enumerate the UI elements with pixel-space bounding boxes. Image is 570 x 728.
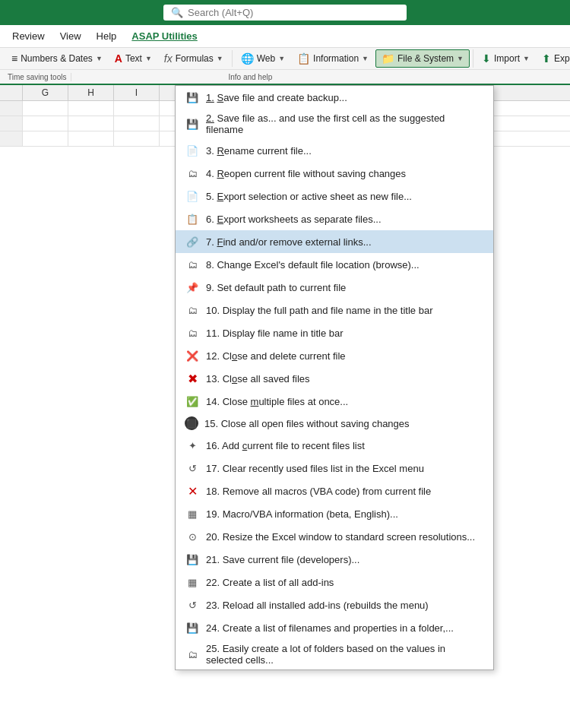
ribbon-text[interactable]: A Text ▼ [109, 50, 157, 67]
menu-review[interactable]: Review [6, 28, 51, 44]
item-8-text: 8. Change Excel's default file location … [206, 259, 420, 271]
dropdown-item-24[interactable]: 💾 24. Create a list of filenames and pro… [176, 616, 493, 639]
ribbon-import-label: Import [494, 53, 520, 64]
item-4-text: 4. Reopen current file without saving ch… [206, 168, 406, 179]
dropdown-item-14[interactable]: ✅ 14. Close multiple files at once... [176, 390, 493, 413]
dropdown-item-19[interactable]: ▦ 19. Macro/VBA information (beta, Engli… [176, 502, 493, 525]
item-16-text: 16. Add current file to recent files lis… [206, 440, 365, 451]
dropdown-item-12[interactable]: ❌ 12. Close and delete current file [176, 344, 493, 367]
file-system-icon: 📁 [382, 52, 394, 65]
item-1-icon: 💾 [185, 90, 200, 105]
item-23-text: 23. Reload all installed add-ins (rebuil… [206, 600, 429, 611]
ribbon-label-infohelp: Info and help [223, 73, 277, 81]
dropdown-item-25[interactable]: 🗂 25. Easily create a lot of folders bas… [176, 639, 493, 669]
ribbon-formulas-label: Formulas [176, 53, 214, 64]
col-header-h: H [68, 85, 114, 100]
item-9-icon: 📌 [185, 280, 200, 295]
menu-help[interactable]: Help [90, 28, 123, 44]
search-input[interactable] [188, 7, 399, 18]
ribbon-group-1: ≡ Numbers & Dates ▼ A Text ▼ fx Formulas… [3, 50, 233, 67]
ribbon-label-row: Time saving tools Info and help [0, 70, 570, 84]
menu-view[interactable]: View [54, 28, 87, 44]
item-21-text: 21. Save current file (developers)... [206, 554, 359, 565]
item-7-text: 7. Find and/or remove external links... [206, 236, 372, 248]
dropdown-item-13[interactable]: ✖ 13. Close all saved files [176, 367, 493, 390]
item-20-icon: ⊙ [185, 529, 200, 544]
dropdown-item-16[interactable]: ✦ 16. Add current file to recent files l… [176, 434, 493, 457]
item-11-icon: 🗂 [185, 325, 200, 340]
ribbon-information[interactable]: 📋 Information ▼ [292, 50, 374, 67]
dropdown-item-4[interactable]: 🗂 4. Reopen current file without saving … [176, 162, 493, 185]
dropdown-item-15[interactable]: ⬛ 15. Close all open files without savin… [176, 413, 493, 434]
dropdown-item-2[interactable]: 💾 2. Save file as... and use the first c… [176, 109, 493, 139]
information-arrow: ▼ [362, 55, 369, 62]
item-23-icon: ↺ [185, 597, 200, 612]
menu-bar: Review View Help ASAP Utilities [0, 25, 570, 48]
search-icon: 🔍 [171, 7, 183, 18]
ribbon-label-timesaving: Time saving tools [3, 73, 71, 81]
ribbon-web[interactable]: 🌐 Web ▼ [236, 50, 290, 67]
ribbon-row-1: ≡ Numbers & Dates ▼ A Text ▼ fx Formulas… [0, 48, 570, 70]
col-header-i: I [114, 85, 160, 100]
ribbon-numbers-dates[interactable]: ≡ Numbers & Dates ▼ [6, 50, 108, 67]
ribbon-import[interactable]: ⬇ Import ▼ [477, 50, 535, 67]
formulas-arrow: ▼ [217, 55, 223, 62]
item-17-text: 17. Clear recently used files list in th… [206, 463, 424, 474]
dropdown-item-21[interactable]: 💾 21. Save current file (developers)... [176, 548, 493, 571]
text-arrow: ▼ [145, 55, 152, 62]
item-8-icon: 🗂 [185, 257, 200, 272]
ribbon-information-label: Information [313, 53, 359, 64]
numbers-dates-arrow: ▼ [96, 55, 103, 62]
dropdown-item-10[interactable]: 🗂 10. Display the full path and file nam… [176, 299, 493, 321]
information-icon: 📋 [297, 52, 310, 65]
item-2-text: 2. Save file as... and use the first cel… [206, 112, 484, 135]
dropdown-item-20[interactable]: ⊙ 20. Resize the Excel window to standar… [176, 525, 493, 548]
dropdown-item-1[interactable]: 💾 1. Save file and create backup... [176, 86, 493, 109]
dropdown-menu: 💾 1. Save file and create backup... 💾 2.… [175, 85, 494, 670]
item-16-icon: ✦ [185, 438, 200, 453]
item-1-text: 1. Save file and create backup... [206, 92, 347, 103]
dropdown-item-7[interactable]: 🔗 7. Find and/or remove external links..… [176, 230, 493, 253]
dropdown-item-5[interactable]: 📄 5. Export selection or active sheet as… [176, 185, 493, 207]
dropdown-item-6[interactable]: 📋 6. Export worksheets as separate files… [176, 207, 493, 230]
item-3-icon: 📄 [185, 143, 200, 158]
item-19-text: 19. Macro/VBA information (beta, English… [206, 508, 398, 520]
item-10-icon: 🗂 [185, 302, 200, 318]
item-24-text: 24. Create a list of filenames and prope… [206, 622, 454, 634]
ribbon-numbers-dates-label: Numbers & Dates [21, 53, 93, 64]
dropdown-item-23[interactable]: ↺ 23. Reload all installed add-ins (rebu… [176, 593, 493, 616]
numbers-dates-icon: ≡ [11, 52, 17, 65]
spreadsheet-area: G H I J R [0, 85, 570, 147]
item-9-text: 9. Set default path to current file [206, 282, 346, 293]
menu-asap-utilities[interactable]: ASAP Utilities [125, 28, 203, 44]
ribbon-text-label: Text [125, 53, 142, 64]
search-wrap: 🔍 [163, 5, 407, 21]
item-6-icon: 📋 [185, 211, 200, 226]
grid-row-num-1 [0, 101, 23, 116]
dropdown-item-18[interactable]: ✕ 18. Remove all macros (VBA code) from … [176, 480, 493, 502]
ribbon-file-system[interactable]: 📁 File & System ▼ [375, 49, 470, 68]
text-icon: A [115, 52, 122, 65]
export-icon: ⬆ [542, 52, 551, 65]
dropdown-item-8[interactable]: 🗂 8. Change Excel's default file locatio… [176, 253, 493, 276]
item-13-icon: ✖ [185, 371, 200, 386]
file-system-arrow: ▼ [457, 55, 464, 62]
item-25-text: 25. Easily create a lot of folders based… [206, 643, 484, 666]
item-14-text: 14. Close multiple files at once... [206, 396, 348, 407]
item-5-icon: 📄 [185, 188, 200, 204]
dropdown-item-22[interactable]: ▦ 22. Create a list of all add-ins [176, 571, 493, 593]
dropdown-item-11[interactable]: 🗂 11. Display file name in title bar [176, 321, 493, 344]
col-header-g: G [23, 85, 68, 100]
item-3-text: 3. Rename current file... [206, 145, 312, 157]
ribbon-export-label: Export [554, 53, 570, 64]
item-5-text: 5. Export selection or active sheet as n… [206, 191, 412, 202]
dropdown-item-3[interactable]: 📄 3. Rename current file... [176, 139, 493, 162]
ribbon-export[interactable]: ⬆ Export ▼ [537, 50, 570, 67]
item-19-icon: ▦ [185, 506, 200, 521]
item-4-icon: 🗂 [185, 166, 200, 181]
dropdown-item-17[interactable]: ↺ 17. Clear recently used files list in … [176, 457, 493, 480]
dropdown-item-9[interactable]: 📌 9. Set default path to current file [176, 276, 493, 299]
item-18-icon: ✕ [185, 483, 200, 499]
import-icon: ⬇ [482, 52, 491, 65]
ribbon-formulas[interactable]: fx Formulas ▼ [159, 50, 229, 67]
